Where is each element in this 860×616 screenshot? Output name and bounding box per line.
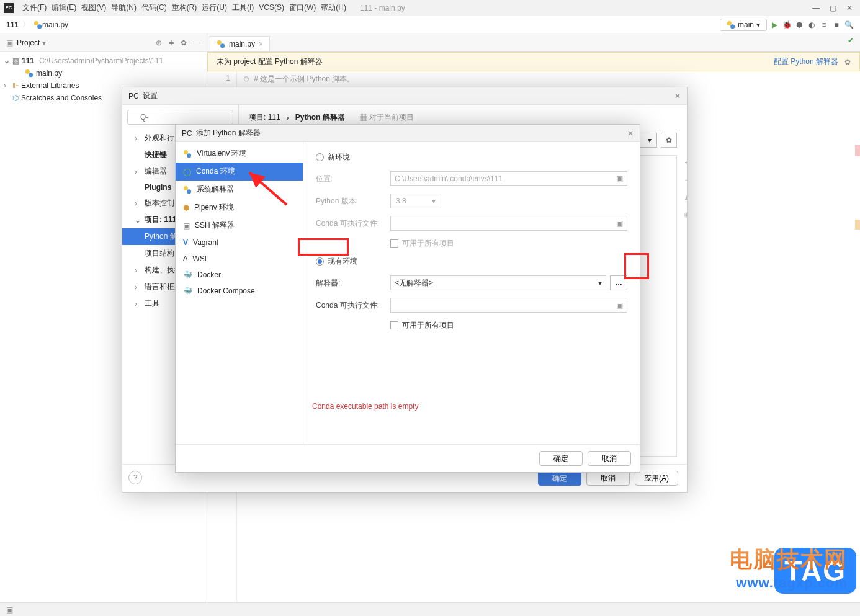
settings-icon[interactable]: ✿ bbox=[181, 38, 187, 47]
menu-item[interactable]: 运行(U) bbox=[199, 3, 230, 12]
run-config-selector[interactable]: main ▾ bbox=[720, 19, 767, 31]
chevron-down-icon: ▾ bbox=[648, 136, 652, 145]
debug-icon[interactable]: 🐞 bbox=[782, 20, 792, 30]
breadcrumb-project[interactable]: 111 bbox=[6, 20, 19, 29]
existing-env-radio[interactable]: 现有环境 bbox=[316, 256, 627, 267]
search-input[interactable] bbox=[127, 110, 233, 125]
available-all-label: 可用于所有项目 bbox=[402, 320, 454, 331]
run-icon[interactable]: ▶ bbox=[769, 20, 779, 30]
help-button[interactable]: ? bbox=[128, 471, 142, 484]
docker-icon: 🐳 bbox=[183, 270, 192, 279]
new-env-radio[interactable]: 新环境 bbox=[316, 152, 627, 163]
ok-button[interactable]: 确定 bbox=[539, 451, 583, 466]
breadcrumb-project[interactable]: 项目: 111 bbox=[249, 112, 280, 123]
scroll-from-source-icon[interactable]: ⊕ bbox=[156, 38, 162, 47]
upgrade-package-button[interactable]: ▲ bbox=[680, 190, 687, 204]
menu-item[interactable]: 重构(R) bbox=[169, 3, 200, 12]
apply-button[interactable]: 应用(A) bbox=[635, 471, 678, 486]
stop-icon[interactable]: ■ bbox=[831, 20, 841, 30]
cancel-button[interactable]: 取消 bbox=[586, 471, 630, 486]
env-virtualenv[interactable]: Virtualenv 环境 bbox=[176, 145, 303, 163]
menu-item[interactable]: 编辑(E) bbox=[49, 3, 79, 12]
env-system[interactable]: 系统解释器 bbox=[176, 181, 303, 199]
chevron-down-icon[interactable]: ▾ bbox=[42, 38, 46, 47]
conda-exec-input[interactable]: ▣ bbox=[390, 298, 627, 313]
run-config-name: main bbox=[738, 20, 754, 29]
remove-package-button[interactable]: − bbox=[680, 173, 687, 187]
watermark: 电脑技术网 www.tagxp.com bbox=[730, 545, 848, 591]
env-pipenv[interactable]: ⬢Pipenv 环境 bbox=[176, 199, 303, 216]
svg-point-8 bbox=[184, 150, 188, 154]
minimize-icon[interactable]: — bbox=[812, 4, 820, 12]
env-docker-compose[interactable]: 🐳Docker Compose bbox=[176, 283, 303, 299]
settings-search[interactable] bbox=[127, 110, 233, 125]
hide-icon[interactable]: — bbox=[193, 38, 200, 47]
existing-env-label: 现有环境 bbox=[328, 256, 357, 267]
env-docker[interactable]: 🐳Docker bbox=[176, 267, 303, 283]
breadcrumb-separator: 〉 bbox=[22, 19, 30, 30]
status-icon[interactable]: ▣ bbox=[6, 605, 13, 614]
menu-item[interactable]: 帮助(H) bbox=[318, 3, 349, 12]
coverage-icon[interactable]: ⬢ bbox=[794, 20, 804, 30]
cancel-button[interactable]: 取消 bbox=[588, 451, 631, 466]
close-tab-icon[interactable]: × bbox=[259, 40, 263, 48]
close-icon[interactable]: ✕ bbox=[627, 129, 634, 138]
menu-item[interactable]: VCS(S) bbox=[256, 3, 287, 12]
available-all-label-disabled: 可用于所有项目 bbox=[402, 238, 454, 249]
menu-item[interactable]: 工具(I) bbox=[230, 3, 256, 12]
close-icon[interactable]: ✕ bbox=[846, 4, 853, 12]
pipenv-icon: ⬢ bbox=[183, 203, 189, 212]
new-env-label: 新环境 bbox=[328, 152, 350, 163]
folder-icon: ▣ bbox=[616, 174, 623, 183]
svg-point-11 bbox=[187, 189, 191, 194]
menu-item[interactable]: 代码(C) bbox=[139, 3, 169, 12]
chevron-down-icon: ▾ bbox=[756, 20, 760, 29]
folder-icon[interactable]: ▣ bbox=[616, 301, 623, 310]
env-config-panel: 新环境 位置: C:\Users\admin\.conda\envs\111▣ … bbox=[303, 142, 640, 444]
editor-tab[interactable]: main.py × bbox=[210, 36, 270, 51]
conda-exec-input-disabled: ▣ bbox=[390, 216, 627, 231]
add-package-button[interactable]: + bbox=[680, 156, 687, 169]
ok-button[interactable]: 确定 bbox=[538, 471, 581, 486]
configure-interpreter-link[interactable]: 配置 Python 解释器 bbox=[774, 56, 838, 67]
interpreter-select[interactable]: <无解释器>▾ bbox=[390, 275, 606, 290]
project-panel-title[interactable]: Project bbox=[17, 38, 40, 47]
folder-icon: ▣ bbox=[616, 219, 623, 228]
close-icon[interactable]: ✕ bbox=[674, 92, 681, 100]
docker-compose-icon: 🐳 bbox=[183, 287, 192, 295]
gear-icon[interactable]: ✿ bbox=[844, 58, 851, 66]
env-wsl[interactable]: ∆WSL bbox=[176, 251, 303, 267]
tree-file[interactable]: main.py bbox=[0, 67, 207, 79]
add-dialog-buttons: 确定 取消 bbox=[176, 444, 640, 472]
menu-item[interactable]: 窗口(W) bbox=[287, 3, 318, 12]
expander-icon[interactable]: ⌄ bbox=[4, 56, 10, 65]
settings-dialog-title-bar: PC 设置 ✕ bbox=[122, 87, 687, 105]
env-ssh[interactable]: ▣SSH 解释器 bbox=[176, 216, 303, 234]
project-root[interactable]: ⌄ ▧ 111 C:\Users\admin\PycharmProjects\1… bbox=[0, 55, 207, 67]
show-early-button[interactable]: ◉ bbox=[680, 208, 687, 221]
inspection-ok-icon[interactable]: ✔ bbox=[848, 36, 854, 45]
scratches-label: Scratches and Consoles bbox=[21, 94, 102, 102]
breadcrumb-file[interactable]: main.py bbox=[42, 20, 68, 29]
breadcrumb-page: Python 解释器 bbox=[295, 112, 345, 123]
menu-item[interactable]: 视图(V) bbox=[79, 3, 109, 12]
maximize-icon[interactable]: ▢ bbox=[830, 4, 836, 12]
interpreter-settings-button[interactable]: ✿ bbox=[661, 133, 677, 148]
browse-interpreter-button[interactable]: … bbox=[610, 275, 627, 290]
expander-icon[interactable]: › bbox=[4, 81, 10, 90]
env-vagrant[interactable]: VVagrant bbox=[176, 234, 303, 251]
concurrency-icon[interactable]: ≡ bbox=[819, 20, 829, 30]
menu-item[interactable]: 导航(N) bbox=[109, 3, 139, 12]
svg-point-10 bbox=[184, 185, 188, 190]
available-all-checkbox[interactable] bbox=[390, 321, 398, 329]
search-icon[interactable]: 🔍 bbox=[844, 20, 854, 30]
env-conda[interactable]: ◯Conda 环境 bbox=[176, 163, 303, 181]
expand-all-icon[interactable]: ≑ bbox=[168, 38, 174, 47]
folder-icon: ▧ bbox=[12, 56, 19, 65]
menu-item[interactable]: 文件(F) bbox=[20, 3, 49, 12]
profile-icon[interactable]: ◐ bbox=[807, 20, 817, 30]
error-message: Conda executable path is empty bbox=[312, 402, 418, 411]
scratches-icon: ⌬ bbox=[12, 94, 19, 102]
svg-point-4 bbox=[25, 69, 30, 74]
radio-icon bbox=[316, 257, 324, 266]
